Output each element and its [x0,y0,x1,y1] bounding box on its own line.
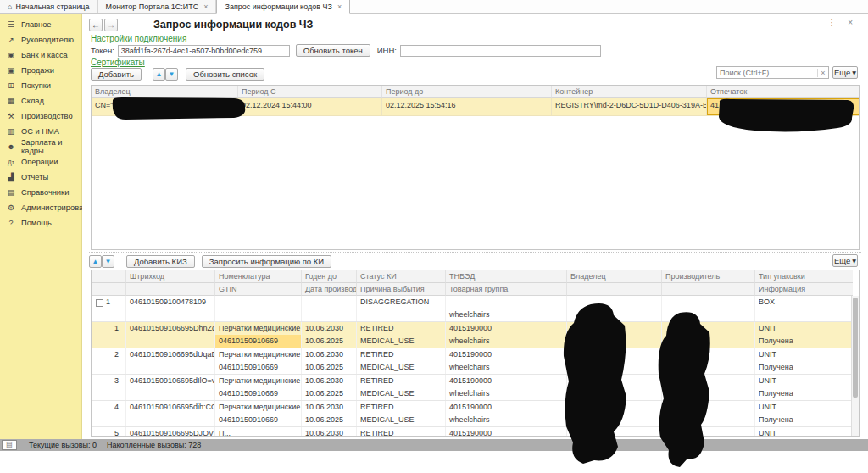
cell-pack_type[interactable]: UNIT [755,322,853,335]
cell-tnved[interactable] [446,296,567,309]
cell-prod_date[interactable]: 10.06.2025 [302,387,357,400]
kiz-col-header[interactable]: Дата производства [302,283,357,296]
cell-period-to[interactable]: 02.12.2025 15:54:16 [382,98,552,115]
kiz-row[interactable]: 1046101509106695DhnZdgT(Q+RПерчатки меди… [92,322,859,348]
section-splitter[interactable] [89,252,861,253]
cell-nomenclature[interactable] [215,296,302,309]
kiz-col-header[interactable]: Годен до [302,270,357,283]
kiz-col-header[interactable] [567,283,662,296]
cell-pack_type[interactable]: BOX [755,296,853,309]
kiz-col-header[interactable]: Статус КИ [357,270,446,283]
cell-producer[interactable] [662,375,755,387]
cell-producer[interactable] [662,401,755,414]
cell-row-number[interactable]: 4 [92,401,126,414]
cell-owner[interactable]: CN="ООО "", ИНН ЮЛ=770... [92,98,238,115]
cell-empty[interactable] [126,414,215,426]
cell-pack_type[interactable]: UNIT [755,348,853,361]
cell-container[interactable]: REGISTRY\md-2-D6DC-5D1D-D406-319A-B825-5… [552,98,707,115]
cell-tnved[interactable]: 4015190000 [446,427,567,437]
cell-valid_until[interactable]: 10.06.2030 [302,401,357,414]
refresh-token-button[interactable]: Обновить токен [296,44,370,57]
cell-empty[interactable] [92,335,126,348]
certificates-section-link[interactable]: Сертификаты [91,58,145,67]
cell-gtin[interactable]: 04610150910669 [215,335,302,348]
cell-empty[interactable] [662,335,755,348]
cell-owner[interactable] [567,427,662,437]
cell-product_group[interactable]: wheelchairs [446,387,567,400]
tab-portal-monitor[interactable]: Монитор Портала 1С:ИТС × [98,0,217,13]
search-clear-icon[interactable]: × [817,69,828,77]
cell-retire_reason[interactable]: MEDICAL_USE [357,414,446,426]
cell-pack_type[interactable]: UNIT [755,427,853,437]
cell-valid_until[interactable]: 10.06.2030 [302,322,357,335]
cell-empty[interactable] [567,361,662,374]
kiz-col-header[interactable]: Номенклатура [215,270,302,283]
sidebar-item-factory[interactable]: ⚒Производство [0,109,81,124]
refresh-list-button[interactable]: Обновить список [186,68,264,81]
kiz-move-up-icon[interactable]: ▲ [89,255,102,268]
kiz-row[interactable]: 2046101509106695dUqaDI;Mo=pПерчатки меди… [92,348,859,375]
cell-owner[interactable] [567,348,662,361]
cell-prod_date[interactable]: 10.06.2025 [302,335,357,348]
cell-empty[interactable] [126,361,215,374]
tab-kiz-request[interactable]: Запрос информации кодов ЧЗ × [216,0,350,14]
token-input[interactable] [118,45,290,57]
cell-tnved[interactable]: 4015190000 [446,322,567,335]
kiz-col-header[interactable] [126,283,215,296]
cell-info[interactable]: Получена [755,387,853,400]
kiz-col-header[interactable]: GTIN [215,283,302,296]
cell-prod_date[interactable] [302,309,357,321]
cell-producer[interactable] [662,427,755,437]
request-ki-info-button[interactable]: Запросить информацию по КИ [202,255,331,268]
add-kiz-button[interactable]: Добавить КИЗ [126,255,195,268]
cell-owner[interactable] [567,401,662,414]
cell-prod_date[interactable]: 10.06.2025 [302,361,357,374]
cell-barcode[interactable]: 046101509100478109 [126,296,215,309]
sidebar-item-question[interactable]: ?Помощь [0,215,81,231]
scrollbar-thumb[interactable] [853,298,858,398]
move-up-icon[interactable]: ▲ [153,68,165,81]
kiz-col-header[interactable]: Штрихкод [126,270,215,283]
sidebar-item-cart[interactable]: ⊞Покупки [0,78,81,93]
cell-empty[interactable] [662,387,755,400]
cell-gtin[interactable]: 04610150910669 [215,361,302,374]
cell-retire_reason[interactable]: MEDICAL_USE [357,387,446,400]
sidebar-item-coin[interactable]: ◉Банк и касса [0,47,81,63]
cell-nomenclature[interactable]: П... [215,427,302,437]
sidebar-item-briefcase[interactable]: ▣Продажи [0,63,81,78]
kiz-col-header[interactable]: Причина выбытия [357,283,446,296]
cell-pack_type[interactable]: UNIT [755,375,853,387]
connection-settings-section[interactable]: Настройки подключения [91,34,186,43]
cell-info[interactable]: Получена [755,361,853,374]
cell-row-number[interactable]: 3 [92,375,126,387]
cell-barcode[interactable]: 046101509106695dUqaDI;Mo=p [126,348,215,361]
cell-nomenclature[interactable]: Перчатки медицинские диагн... [215,348,302,361]
tab-home[interactable]: ⌂ Начальная страница [0,0,98,13]
inn-input[interactable] [400,45,601,57]
move-down-icon[interactable]: ▼ [165,68,178,81]
cell-gtin[interactable] [215,309,302,321]
cell-empty[interactable] [567,335,662,348]
col-period-to[interactable]: Период до [382,86,552,98]
cell-status[interactable]: RETIRED [357,401,446,414]
kiz-col-header[interactable]: Информация [755,283,853,296]
cell-status[interactable]: RETIRED [357,348,446,361]
kiz-row[interactable]: 4046101509106695dih:COGy_fE'Перчатки мед… [92,401,859,427]
cell-pack_type[interactable]: UNIT [755,401,853,414]
cell-valid_until[interactable]: 10.06.2030 [302,348,357,361]
cell-empty[interactable] [92,414,126,426]
cell-gtin[interactable]: 04610150910669 [215,387,302,400]
cell-tnved[interactable]: 4015190000 [446,348,567,361]
cell-empty[interactable] [92,387,126,400]
cell-empty[interactable] [567,387,662,400]
tab-close-icon[interactable]: × [337,3,342,11]
cell-valid_until[interactable]: 10.06.2030 [302,375,357,387]
kiz-col-header[interactable]: Товарная группа [446,283,567,296]
sidebar-item-operations[interactable]: ДтОперации [0,154,81,170]
more-menu-icon[interactable]: ⋮ [827,18,836,27]
cell-owner[interactable] [567,296,662,309]
sidebar-item-report[interactable]: ▟Отчеты [0,170,81,185]
kiz-row[interactable]: 5046101509106695DJQVLP_MEП...10.06.2030R… [92,427,859,437]
kiz-col-header[interactable] [92,270,126,283]
cell-row-number[interactable]: 5 [92,427,126,437]
